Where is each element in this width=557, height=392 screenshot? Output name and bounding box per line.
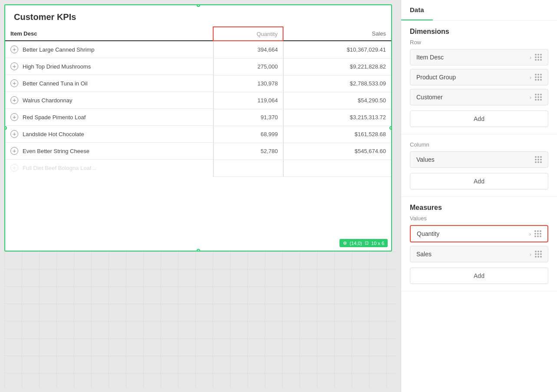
chevron-icon-item-desc: › [530, 54, 531, 61]
measure-item-quantity[interactable]: Quantity › [410, 225, 548, 242]
grid-icon-sales [535, 251, 542, 258]
dimension-item-values[interactable]: Values [410, 151, 548, 168]
dimension-label-product-group: Product Group [416, 74, 456, 81]
item-desc-value: Red Spade Pimento Loaf [23, 114, 86, 121]
sidebar: Data Dimensions Row Item Desc › Product … [401, 0, 557, 392]
quantity-cell: 275,000 [213, 58, 283, 75]
row-label: Row [410, 39, 548, 46]
quantity-cell: 52,780 [213, 143, 283, 160]
item-desc-value: Better Canned Tuna in Oil [23, 80, 88, 87]
expand-icon[interactable]: + [10, 147, 18, 155]
measures-values-label: Values [410, 215, 548, 222]
item-desc-cell: +Red Spade Pimento Loaf [5, 109, 213, 126]
measure-sales-controls: › [530, 251, 542, 258]
table-row: +Red Spade Pimento Loaf91,370$3,215,313.… [5, 109, 391, 126]
sales-cell: $9,221,828.82 [283, 58, 391, 75]
item-desc-cell: +Even Better String Cheese [5, 143, 213, 160]
expand-icon[interactable]: + [10, 130, 18, 138]
resize-handle-bottom[interactable] [197, 249, 200, 252]
quantity-cell: 119,064 [213, 92, 283, 109]
item-desc-value: Walrus Chardonnay [23, 97, 72, 104]
dimension-item-customer[interactable]: Customer › [410, 89, 548, 105]
expand-icon-partial: + [10, 164, 18, 172]
table-row: +Even Better String Cheese52,780$545,674… [5, 143, 391, 160]
grid-area [4, 252, 396, 388]
dimensions-section: Dimensions Row Item Desc › Product Group… [401, 21, 557, 134]
measure-quantity-controls: › [529, 230, 541, 237]
quantity-cell: 130,978 [213, 75, 283, 92]
dimension-item-product-group[interactable]: Product Group › [410, 69, 548, 85]
item-desc-value: Landslide Hot Chocolate [23, 131, 84, 137]
table-row: +Walrus Chardonnay119,064$54,290.50 [5, 92, 391, 109]
item-desc-value: Better Large Canned Shrimp [23, 46, 94, 53]
quantity-cell: 91,370 [213, 109, 283, 126]
measures-title: Measures [410, 204, 548, 212]
grid-icon-item-desc [535, 54, 542, 61]
dimension-label-values: Values [416, 156, 435, 163]
widget-container: Customer KPIs Item Desc Quantity Sales +… [4, 4, 392, 252]
column-section: Column Values Add [401, 134, 557, 197]
sales-cell-partial [283, 160, 391, 176]
item-desc-cell: +Better Large Canned Shrimp [5, 41, 213, 58]
position-icon: ⊕ [343, 240, 347, 246]
dimension-values-controls [535, 156, 542, 163]
table-row: +High Top Dried Mushrooms275,000$9,221,8… [5, 58, 391, 75]
quantity-cell: 394,664 [213, 41, 283, 58]
sales-cell: $545,674.60 [283, 143, 391, 160]
item-desc-cell: +Walrus Chardonnay [5, 92, 213, 109]
table-row: +Landslide Hot Chocolate68,999$161,528.6… [5, 126, 391, 143]
table-row-partial: +Full Diet Beef Bologna Loaf... [5, 160, 391, 176]
add-dimension-button[interactable]: Add [410, 111, 548, 127]
widget-title: Customer KPIs [5, 5, 391, 26]
add-measure-button[interactable]: Add [410, 268, 548, 284]
grid-icon-values [535, 156, 542, 163]
add-column-button[interactable]: Add [410, 173, 548, 189]
dimension-customer-controls: › [530, 94, 542, 101]
sales-cell: $2,788,533.09 [283, 75, 391, 92]
resize-handle-right[interactable] [389, 126, 392, 130]
grid-icon-quantity [534, 230, 541, 237]
item-desc-value-partial: Full Diet Beef Bologna Loaf... [23, 165, 96, 171]
position-coords: (14,0) [349, 241, 362, 246]
chevron-icon-customer: › [530, 94, 531, 101]
grid-icon-customer [535, 94, 542, 101]
dimension-label-customer: Customer [416, 94, 443, 101]
measure-item-sales[interactable]: Sales › [410, 246, 548, 262]
table-row: +Better Canned Tuna in Oil130,978$2,788,… [5, 75, 391, 92]
item-desc-value: Even Better String Cheese [23, 148, 89, 154]
item-desc-cell-partial: +Full Diet Beef Bologna Loaf... [5, 160, 213, 176]
main-area: Customer KPIs Item Desc Quantity Sales +… [0, 0, 401, 392]
dimension-item-item-desc[interactable]: Item Desc › [410, 49, 548, 65]
quantity-cell-partial [213, 160, 283, 176]
measure-label-quantity: Quantity [417, 230, 439, 237]
item-desc-value: High Top Dried Mushrooms [23, 63, 91, 70]
data-table: Item Desc Quantity Sales +Better Large C… [5, 26, 391, 177]
dimension-item-desc-controls: › [530, 54, 542, 61]
expand-icon[interactable]: + [10, 62, 18, 70]
position-size: 10 x 6 [371, 241, 384, 246]
expand-icon[interactable]: + [10, 46, 18, 53]
column-label: Column [410, 141, 548, 148]
expand-icon[interactable]: + [10, 96, 18, 104]
chevron-icon-quantity: › [529, 231, 531, 237]
quantity-cell: 68,999 [213, 126, 283, 143]
col-header-quantity[interactable]: Quantity [213, 27, 283, 41]
measures-section: Measures Values Quantity › Sales › [401, 197, 557, 291]
data-tab[interactable]: Data [401, 0, 433, 20]
dimensions-title: Dimensions [410, 28, 548, 36]
table-wrapper: Item Desc Quantity Sales +Better Large C… [5, 26, 391, 177]
sales-cell: $54,290.50 [283, 92, 391, 109]
position-size-icon: ⊡ [365, 240, 369, 246]
position-badge: ⊕ (14,0) ⊡ 10 x 6 [339, 239, 388, 247]
expand-icon[interactable]: + [10, 79, 18, 87]
chevron-icon-sales: › [530, 251, 531, 258]
col-header-sales: Sales [283, 27, 391, 41]
col-header-item-desc: Item Desc [5, 27, 213, 41]
sales-cell: $10,367,029.41 [283, 41, 391, 58]
dimension-product-group-controls: › [530, 74, 542, 81]
grid-icon-product-group [535, 74, 542, 81]
item-desc-cell: +Landslide Hot Chocolate [5, 126, 213, 143]
table-row: +Better Large Canned Shrimp394,664$10,36… [5, 41, 391, 58]
chevron-icon-product-group: › [530, 74, 531, 81]
expand-icon[interactable]: + [10, 113, 18, 121]
